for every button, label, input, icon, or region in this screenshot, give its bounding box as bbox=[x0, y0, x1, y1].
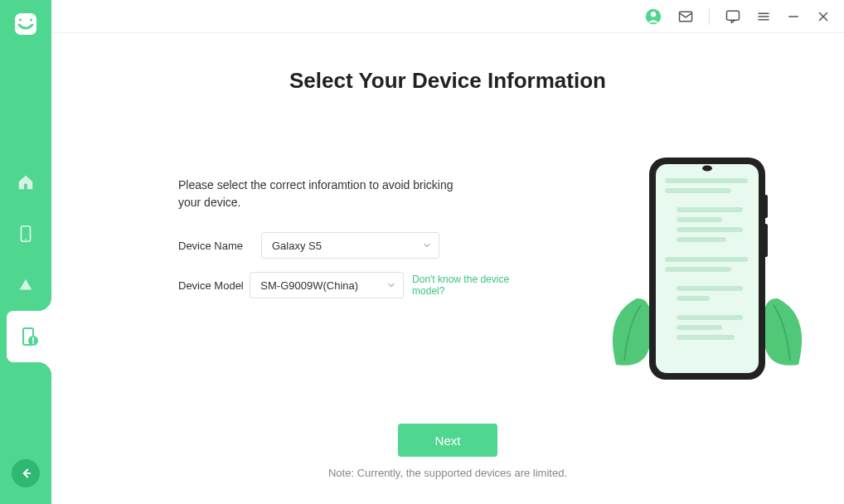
user-button[interactable] bbox=[644, 7, 662, 26]
arrow-left-icon bbox=[18, 466, 33, 481]
phone-error-icon bbox=[19, 327, 39, 346]
svg-point-4 bbox=[25, 239, 27, 240]
mail-icon bbox=[677, 8, 694, 25]
cloud-icon bbox=[17, 276, 35, 294]
svg-rect-23 bbox=[764, 195, 768, 218]
chat-icon bbox=[725, 8, 741, 25]
svg-rect-36 bbox=[677, 325, 722, 330]
main-area: Select Your Device Information Please se… bbox=[51, 0, 844, 504]
footer: Next Note: Currently, the supported devi… bbox=[51, 424, 844, 479]
user-icon bbox=[644, 7, 662, 26]
device-name-row: Device Name Galaxy S5 bbox=[178, 232, 526, 259]
svg-point-8 bbox=[32, 342, 34, 344]
instruction-text: Please select the correct inforamtion to… bbox=[178, 177, 460, 211]
svg-point-11 bbox=[651, 12, 656, 17]
sidebar-item-phone[interactable] bbox=[0, 208, 51, 259]
svg-rect-37 bbox=[677, 335, 735, 340]
svg-rect-29 bbox=[677, 227, 743, 232]
sidebar-item-phone-error[interactable] bbox=[7, 311, 51, 362]
device-model-row: Device Model SM-G9009W(China) Don't know… bbox=[178, 272, 526, 298]
device-name-select[interactable]: Galaxy S5 bbox=[261, 232, 439, 259]
device-name-label: Device Name bbox=[178, 240, 261, 252]
svg-rect-31 bbox=[665, 257, 748, 262]
svg-rect-27 bbox=[677, 207, 743, 212]
svg-rect-34 bbox=[677, 296, 710, 301]
footer-note: Note: Currently, the supported devices a… bbox=[328, 467, 567, 479]
device-name-value: Galaxy S5 bbox=[261, 232, 439, 259]
svg-rect-25 bbox=[665, 178, 748, 183]
home-icon bbox=[17, 173, 35, 191]
minimize-icon bbox=[786, 9, 801, 24]
sidebar-item-home[interactable] bbox=[0, 157, 51, 208]
device-model-select[interactable]: SM-G9009W(China) bbox=[250, 272, 404, 298]
svg-rect-30 bbox=[677, 237, 726, 242]
mail-button[interactable] bbox=[677, 8, 694, 25]
feedback-button[interactable] bbox=[725, 8, 741, 25]
svg-rect-24 bbox=[764, 224, 768, 257]
svg-point-22 bbox=[702, 166, 712, 172]
device-model-help-link[interactable]: Don't know the device model? bbox=[412, 274, 526, 297]
form-left: Please select the correct inforamtion to… bbox=[178, 177, 526, 312]
phone-icon bbox=[17, 225, 35, 243]
minimize-button[interactable] bbox=[786, 9, 801, 24]
svg-rect-13 bbox=[727, 11, 740, 20]
page-title: Select Your Device Information bbox=[289, 68, 606, 94]
content: Select Your Device Information Please se… bbox=[51, 33, 844, 504]
svg-rect-35 bbox=[677, 315, 743, 320]
titlebar-divider bbox=[709, 8, 710, 25]
svg-point-2 bbox=[30, 19, 32, 22]
back-button[interactable] bbox=[12, 459, 40, 487]
menu-button[interactable] bbox=[756, 9, 771, 24]
device-illustration bbox=[612, 149, 803, 398]
svg-rect-26 bbox=[665, 188, 731, 193]
close-icon bbox=[816, 9, 831, 24]
device-model-value: SM-G9009W(China) bbox=[250, 272, 404, 298]
sidebar bbox=[0, 0, 51, 504]
device-model-label: Device Model bbox=[178, 279, 250, 292]
close-button[interactable] bbox=[816, 9, 831, 24]
app-logo bbox=[13, 12, 38, 36]
sidebar-nav bbox=[0, 157, 51, 362]
svg-rect-33 bbox=[677, 286, 743, 291]
svg-rect-32 bbox=[665, 267, 731, 272]
titlebar bbox=[51, 0, 844, 33]
svg-rect-28 bbox=[677, 217, 722, 222]
next-button[interactable]: Next bbox=[398, 424, 497, 457]
menu-icon bbox=[756, 9, 771, 24]
svg-point-1 bbox=[19, 19, 22, 22]
